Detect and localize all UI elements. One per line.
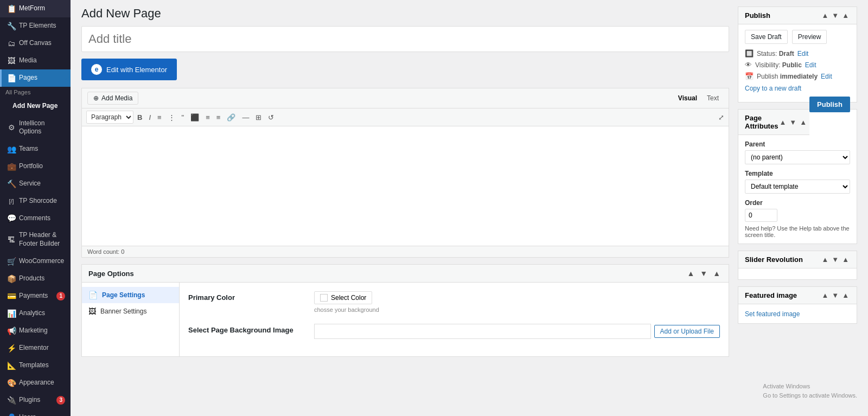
sidebar-item-intellicon-options[interactable]: ⚙ Intellicon Options xyxy=(0,115,71,140)
sidebar-item-pages[interactable]: 📄 Pages ◀ xyxy=(0,69,71,87)
order-input[interactable] xyxy=(745,209,777,222)
select-color-button[interactable]: Select Color xyxy=(314,291,372,304)
sidebar-item-tp-elements[interactable]: 🔧 TP Elements xyxy=(0,17,71,35)
save-draft-button[interactable]: Save Draft xyxy=(745,30,788,44)
template-label: Template xyxy=(745,170,850,177)
editor-footer: Word count: 0 xyxy=(82,246,729,257)
table-button[interactable]: ⊞ xyxy=(253,112,264,123)
sidebar-item-teams[interactable]: 👥 Teams xyxy=(0,140,71,158)
sidebar-item-products[interactable]: 📦 Products xyxy=(0,270,71,287)
link-button[interactable]: 🔗 xyxy=(224,112,238,123)
shortcode-icon: [/] xyxy=(7,198,16,204)
editor-top-toolbar: ⊕ Add Media Visual Text xyxy=(82,88,729,108)
status-edit-link[interactable]: Edit xyxy=(797,50,809,57)
publish-action-row: Save Draft Preview xyxy=(745,30,850,44)
upload-file-button[interactable]: Add or Upload File xyxy=(654,325,720,338)
copy-draft-link[interactable]: Copy to a new draft xyxy=(745,85,850,92)
color-swatch xyxy=(320,294,328,302)
page-attr-close[interactable]: ▲ xyxy=(799,118,808,126)
media-icon: 🖼 xyxy=(7,56,16,65)
page-settings-tab[interactable]: 📄 Page Settings xyxy=(82,287,179,303)
sidebar-item-media[interactable]: 🖼 Media xyxy=(0,52,71,69)
edit-elementor-button[interactable]: e Edit with Elementor xyxy=(81,59,177,80)
editor-body[interactable] xyxy=(82,126,729,246)
page-attr-up[interactable]: ▲ xyxy=(778,118,787,126)
sidebar-item-analytics[interactable]: 📊 Analytics xyxy=(0,305,71,322)
teams-icon: 👥 xyxy=(7,145,16,153)
publish-panel-header: Publish ▲ ▼ ▲ xyxy=(738,7,857,24)
set-featured-image-link[interactable]: Set featured image xyxy=(745,310,800,318)
sidebar-item-appearance[interactable]: 🎨 Appearance xyxy=(0,374,71,392)
align-center-button[interactable]: ≡ xyxy=(203,112,213,123)
slider-revolution-header: Slider Revolution ▲ ▼ ▲ xyxy=(738,251,857,268)
visibility-icon: 👁 xyxy=(745,61,752,69)
featured-img-close[interactable]: ▲ xyxy=(841,291,850,299)
undo-button[interactable]: ↺ xyxy=(265,112,277,123)
sidebar-item-add-new-page[interactable]: Add New Page xyxy=(0,98,71,115)
align-left-button[interactable]: ⬛ xyxy=(188,112,202,123)
template-select[interactable]: Default template xyxy=(745,180,850,194)
slider-rev-down[interactable]: ▼ xyxy=(831,255,840,264)
slider-revolution-panel: Slider Revolution ▲ ▼ ▲ xyxy=(738,251,857,280)
page-attr-down[interactable]: ▼ xyxy=(788,118,797,126)
primary-color-row: Primary Color Select Color chosse your b… xyxy=(188,291,720,313)
publish-time-edit-link[interactable]: Edit xyxy=(821,73,832,80)
page-attributes-header: Page Attributes ▲ ▼ ▲ xyxy=(738,110,809,135)
page-title-input[interactable] xyxy=(81,26,729,52)
parent-select[interactable]: (no parent) xyxy=(745,150,850,164)
wp-editor: ⊕ Add Media Visual Text Paragraph B I ≡ xyxy=(81,88,729,258)
publish-panel-down[interactable]: ▼ xyxy=(831,11,840,20)
publish-panel-controls: ▲ ▼ ▲ xyxy=(820,11,850,20)
sidebar-item-plugins[interactable]: 🔌 Plugins 3 xyxy=(0,392,71,409)
text-tab[interactable]: Text xyxy=(703,93,723,104)
featured-image-header: Featured image ▲ ▼ ▲ xyxy=(738,287,857,304)
page-options-header: Page Options ▲ ▼ ▲ xyxy=(82,265,729,283)
publish-panel-up[interactable]: ▲ xyxy=(820,11,829,20)
fullscreen-button[interactable]: ⤢ xyxy=(718,113,724,121)
color-hint: chosse your background xyxy=(314,306,720,313)
publish-button[interactable]: Publish xyxy=(809,97,850,112)
sidebar-item-service[interactable]: 🔨 Service xyxy=(0,175,71,193)
sidebar-item-elementor[interactable]: ⚡ Elementor xyxy=(0,340,71,357)
status-label: Status: Draft xyxy=(757,50,794,57)
sidebar-item-comments[interactable]: 💬 Comments xyxy=(0,209,71,227)
sidebar-item-marketing[interactable]: 📢 Marketing xyxy=(0,322,71,340)
paragraph-format-select[interactable]: Paragraph xyxy=(86,111,133,124)
sidebar-item-woocommerce[interactable]: 🛒 WooCommerce xyxy=(0,253,71,270)
sidebar-item-tp-shortcode[interactable]: [/] TP Shorcode xyxy=(0,193,71,210)
intellicon-icon: ⚙ xyxy=(7,123,16,132)
add-media-button[interactable]: ⊕ Add Media xyxy=(87,92,138,105)
slider-rev-close[interactable]: ▲ xyxy=(841,255,850,264)
page-options-content: Primary Color Select Color chosse your b… xyxy=(180,283,729,356)
ordered-list-button[interactable]: ⋮ xyxy=(165,112,178,123)
help-text: Need help? Use the Help tab above the sc… xyxy=(745,225,850,238)
sidebar-item-off-canvas[interactable]: 🗂 Off Canvas xyxy=(0,35,71,52)
slider-rev-up[interactable]: ▲ xyxy=(820,255,829,264)
sidebar-item-tp-header-footer[interactable]: 🏗 TP Header & Footer Builder xyxy=(0,227,71,252)
publish-panel-close[interactable]: ▲ xyxy=(841,11,850,20)
bold-button[interactable]: B xyxy=(135,112,145,123)
analytics-icon: 📊 xyxy=(7,309,16,318)
visibility-edit-link[interactable]: Edit xyxy=(805,61,816,69)
pages-icon: 📄 xyxy=(7,74,16,82)
banner-settings-tab[interactable]: 🖼 Banner Settings xyxy=(82,303,179,319)
sidebar-item-portfolio[interactable]: 💼 Portfolio xyxy=(0,158,71,175)
sidebar-item-users[interactable]: 👤 Users xyxy=(0,409,71,416)
visual-tab[interactable]: Visual xyxy=(674,93,701,104)
align-right-button[interactable]: ≡ xyxy=(214,112,224,123)
page-settings-icon: 📄 xyxy=(88,291,98,299)
featured-img-down[interactable]: ▼ xyxy=(831,291,840,299)
italic-button[interactable]: I xyxy=(146,112,154,123)
preview-button[interactable]: Preview xyxy=(792,30,827,44)
bg-image-input[interactable] xyxy=(314,324,651,339)
metabox-close-button[interactable]: ▲ xyxy=(711,269,722,278)
sidebar-item-payments[interactable]: 💳 Payments 1 xyxy=(0,287,71,305)
horizontal-rule-button[interactable]: — xyxy=(239,112,252,123)
blockquote-button[interactable]: " xyxy=(179,112,187,123)
sidebar-item-metform[interactable]: 📋 MetForm xyxy=(0,0,71,17)
metabox-up-button[interactable]: ▲ xyxy=(685,269,696,278)
sidebar-item-templates[interactable]: 📐 Templates xyxy=(0,357,71,374)
unordered-list-button[interactable]: ≡ xyxy=(155,112,164,123)
metabox-down-button[interactable]: ▼ xyxy=(698,269,709,278)
featured-img-up[interactable]: ▲ xyxy=(820,291,829,299)
